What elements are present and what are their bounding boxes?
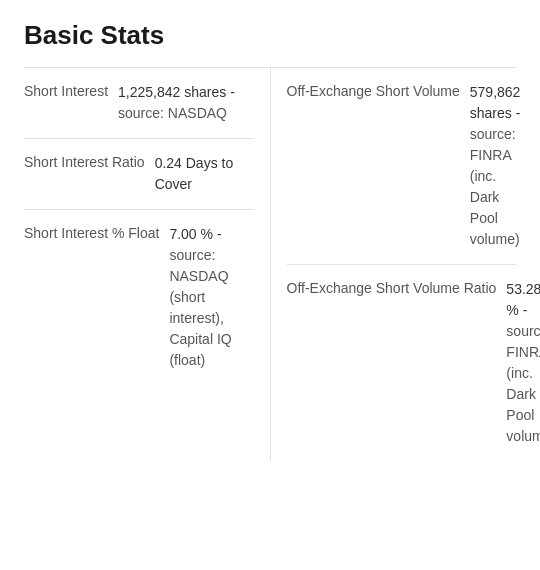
left-stats-column: Short Interest 1,225,842 shares -source:…: [24, 68, 271, 461]
stats-container: Short Interest 1,225,842 shares -source:…: [24, 67, 516, 461]
stat-label-off-exchange-volume: Off-Exchange Short Volume: [287, 82, 470, 102]
stat-value-short-interest-ratio: 0.24 Days to Cover: [155, 153, 254, 195]
table-row: Off-Exchange Short Volume 579,862 shares…: [287, 68, 517, 265]
table-row: Short Interest 1,225,842 shares -source:…: [24, 68, 254, 139]
stat-label-short-interest-float: Short Interest % Float: [24, 224, 169, 244]
stat-value-off-exchange-ratio: 53.28 % -source: FINRA (inc. Dark Pool v…: [506, 279, 540, 447]
page-title: Basic Stats: [24, 20, 516, 51]
stat-label-short-interest-ratio: Short Interest Ratio: [24, 153, 155, 173]
right-stats-column: Off-Exchange Short Volume 579,862 shares…: [271, 68, 517, 461]
stat-value-short-interest: 1,225,842 shares -source: NASDAQ: [118, 82, 253, 124]
stat-label-short-interest: Short Interest: [24, 82, 118, 102]
stat-value-off-exchange-volume: 579,862 shares -source: FINRA (inc. Dark…: [470, 82, 521, 250]
table-row: Short Interest % Float 7.00 % -source: N…: [24, 210, 254, 385]
stat-value-short-interest-float: 7.00 % -source: NASDAQ (short interest),…: [169, 224, 253, 371]
stat-label-off-exchange-ratio: Off-Exchange Short Volume Ratio: [287, 279, 507, 299]
table-row: Off-Exchange Short Volume Ratio 53.28 % …: [287, 265, 517, 461]
table-row: Short Interest Ratio 0.24 Days to Cover: [24, 139, 254, 210]
